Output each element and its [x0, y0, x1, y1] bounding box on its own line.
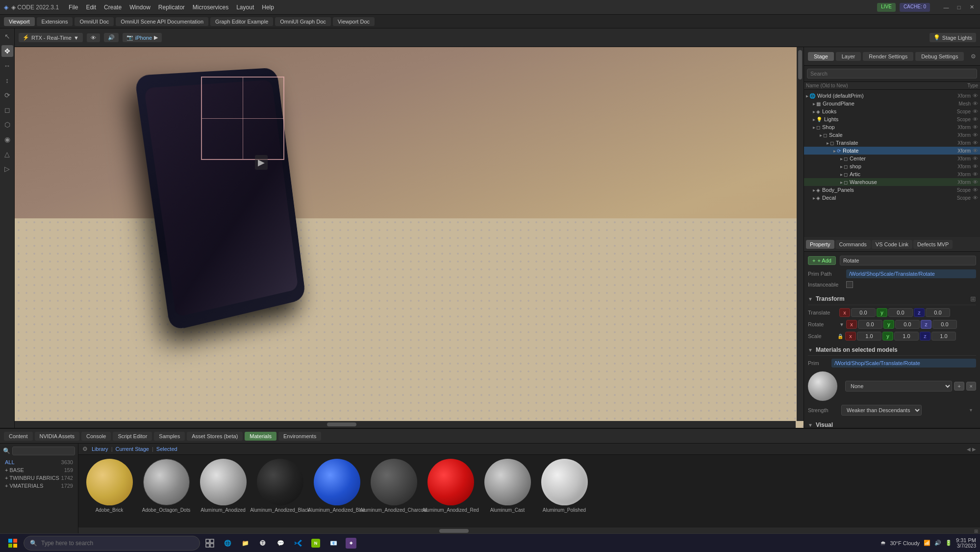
expand-lights[interactable]: ▸ — [813, 117, 815, 122]
translate-x-input[interactable] — [851, 308, 876, 317]
bottom-tab-environments[interactable]: Environments — [278, 432, 321, 441]
category-all[interactable]: ALL 3630 — [3, 458, 75, 466]
tool-rotate-x[interactable]: ↔ — [1, 60, 13, 72]
menu-window[interactable]: Window — [129, 4, 151, 11]
menu-help[interactable]: Help — [262, 4, 274, 11]
material-aluminum-polished[interactable]: Aluminum_Polished — [537, 459, 591, 513]
tree-item-warehouse[interactable]: ▸ ◻ Warehouse Xform 👁 — [804, 178, 980, 186]
materials-section-header[interactable]: ▼ Materials on selected models — [808, 344, 976, 356]
vp-btn-speaker[interactable]: 🔊 — [104, 33, 119, 42]
tree-item-artic[interactable]: ▸ ◻ Artic Xform 👁 — [804, 170, 980, 178]
taskbar-vscode[interactable] — [290, 535, 306, 551]
tree-item-translate[interactable]: ▸ ◻ Translate Xform 👁 — [804, 139, 980, 147]
rotate-x-input[interactable] — [858, 320, 882, 329]
tree-eye-shop[interactable]: 👁 — [973, 124, 978, 130]
prop-tab-defects[interactable]: Defects MVP — [913, 240, 953, 249]
material-adobe-brick[interactable]: Adobe_Brick — [82, 459, 136, 513]
tree-eye-rotate[interactable]: 👁 — [973, 148, 978, 154]
category-twinbru[interactable]: + TWINBRU FABRICS 1742 — [3, 474, 75, 482]
menu-create[interactable]: Create — [104, 4, 122, 11]
expand-decal[interactable]: ▸ — [813, 195, 815, 201]
tree-eye-world[interactable]: 👁 — [973, 93, 978, 99]
material-adobe-octagon[interactable]: Adobe_Octagon_Dots — [139, 459, 193, 513]
viewport-arrow-button[interactable]: ▶ — [255, 155, 268, 170]
stage-lights-button[interactable]: 💡 Stage Lights — [930, 33, 976, 42]
scale-lock-icon[interactable]: 🔒 — [837, 334, 843, 339]
tool-rotate-y[interactable]: ↕ — [1, 75, 13, 86]
tree-expand-world[interactable]: ▸ — [806, 93, 808, 99]
materials-settings-icon[interactable]: ⚙ — [82, 446, 88, 452]
visual-section-header[interactable]: ▼ Visual — [808, 420, 976, 428]
start-button[interactable] — [4, 534, 22, 552]
bottom-tab-console[interactable]: Console — [81, 432, 111, 441]
transform-section-header[interactable]: ▼ Transform ⊞ — [808, 293, 976, 305]
tree-eye-looks[interactable]: 👁 — [973, 108, 978, 114]
close-button[interactable]: ✕ — [967, 3, 976, 12]
nav-tab-omniui-graph[interactable]: OmniUI Graph Doc — [275, 17, 331, 26]
tree-item-decal[interactable]: ▸ ◈ Decal Scope 👁 — [804, 194, 980, 202]
stage-tab-debug[interactable]: Debug Settings — [915, 52, 964, 61]
expand-warehouse[interactable]: ▸ — [840, 180, 843, 185]
expand-groundplane[interactable]: ▸ — [813, 101, 815, 106]
rotate-dropdown-arrow[interactable]: ▼ — [839, 322, 844, 327]
bottom-tab-asset-stores[interactable]: Asset Stores (beta) — [187, 432, 243, 441]
tree-item-lights[interactable]: ▸ 💡 Lights Scope 👁 — [804, 115, 980, 123]
tree-item-rotate[interactable]: ▸ ⟳ Rotate Xform 👁 — [804, 147, 980, 155]
tree-eye-warehouse[interactable]: 👁 — [973, 179, 978, 185]
expand-scale[interactable]: ▸ — [820, 132, 822, 138]
instanceable-checkbox[interactable] — [846, 281, 853, 288]
prop-tab-commands[interactable]: Commands — [835, 240, 871, 249]
tool-tri[interactable]: △ — [1, 148, 13, 160]
tool-camera[interactable]: ◉ — [1, 133, 13, 145]
tree-eye-center[interactable]: 👁 — [973, 156, 978, 161]
material-aluminum-black[interactable]: Aluminum_Anodized_Black — [253, 459, 307, 513]
stage-tab-stage[interactable]: Stage — [808, 52, 834, 61]
taskbar-code-app[interactable]: ◈ — [343, 535, 359, 551]
bottom-tab-materials[interactable]: Materials — [245, 432, 276, 441]
expand-body-panels[interactable]: ▸ — [813, 187, 815, 193]
scale-y-input[interactable] — [894, 332, 919, 341]
scale-z-input[interactable] — [931, 332, 956, 341]
taskbar-task-view[interactable] — [202, 535, 218, 551]
menu-replicator[interactable]: Replicator — [158, 4, 185, 11]
vp-btn-eye[interactable]: 👁 — [87, 33, 100, 42]
materials-search-input[interactable] — [12, 447, 75, 455]
tree-eye-groundplane[interactable]: 👁 — [973, 101, 978, 106]
render-mode-button[interactable]: ⚡ RTX - Real-Time ▼ — [19, 33, 83, 42]
material-aluminum-cast[interactable]: Aluminum_Cast — [480, 459, 534, 513]
horizontal-scrollbar[interactable] — [15, 421, 796, 428]
material-aluminum-charcoal[interactable]: Aluminum_Anodized_Charcoal — [367, 459, 421, 513]
horizontal-scroll-thumb[interactable] — [327, 422, 356, 426]
menu-file[interactable]: File — [69, 4, 78, 11]
tree-eye-decal[interactable]: 👁 — [973, 195, 978, 201]
tree-item-shop-child[interactable]: ▸ ◻ shop Xform 👁 — [804, 162, 980, 170]
tree-item-world[interactable]: ▸ 🌐 World (defaultPrim) Xform 👁 — [804, 92, 980, 100]
expand-shop[interactable]: ▸ — [813, 125, 815, 130]
path-current-stage[interactable]: Current Stage — [115, 446, 149, 452]
tree-eye-shop-child[interactable]: 👁 — [973, 163, 978, 169]
nav-tab-extensions[interactable]: Extensions — [37, 17, 73, 26]
stage-search-input[interactable] — [807, 69, 977, 79]
nav-tab-viewport-doc[interactable]: Viewport Doc — [333, 17, 375, 26]
bottom-tab-content[interactable]: Content — [4, 432, 33, 441]
bottom-tab-script[interactable]: Script Editor — [113, 432, 152, 441]
tool-move[interactable]: ✥ — [1, 45, 13, 57]
material-aluminum-red[interactable]: Aluminum_Anodized_Red — [424, 459, 477, 513]
rotate-z-input[interactable] — [932, 320, 957, 329]
taskbar-chrome[interactable]: 🌐 — [220, 535, 235, 551]
taskbar-explorer[interactable]: 📁 — [237, 535, 253, 551]
taskbar-email[interactable]: 📧 — [326, 535, 341, 551]
prim-name-input[interactable] — [840, 256, 976, 265]
scale-x-input[interactable] — [857, 332, 881, 341]
nav-tab-omniui-scene-api[interactable]: OmniUI Scene API Documentation — [116, 17, 208, 26]
path-library[interactable]: Library — [92, 446, 108, 452]
network-icon[interactable]: 📶 — [924, 540, 930, 546]
taskbar-nvidia[interactable]: N — [308, 535, 324, 551]
volume-icon[interactable]: 🔊 — [934, 540, 941, 546]
tool-rotate-z[interactable]: ⟳ — [1, 89, 13, 101]
maximize-button[interactable]: □ — [955, 3, 963, 12]
vertical-scrollbar[interactable] — [797, 47, 804, 421]
tool-select[interactable]: ↖ — [1, 30, 13, 42]
stage-tab-layer[interactable]: Layer — [836, 52, 861, 61]
prop-tab-vscode[interactable]: VS Code Link — [872, 240, 912, 249]
